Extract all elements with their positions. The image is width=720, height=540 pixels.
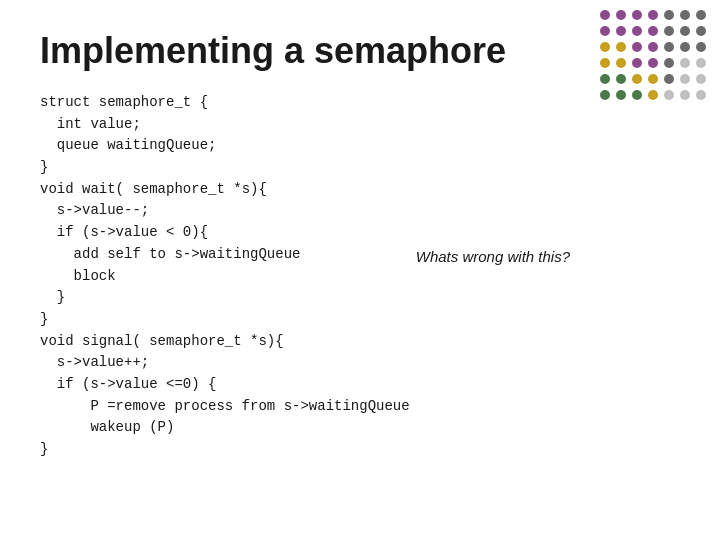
annotation-text: Whats wrong with this? [416, 248, 570, 265]
decorative-dot [680, 90, 690, 100]
decorative-dot [664, 90, 674, 100]
decorative-dot [680, 74, 690, 84]
decorative-dot [616, 10, 626, 20]
decorative-dot [648, 74, 658, 84]
decorative-dot [680, 42, 690, 52]
decorative-dot [632, 90, 642, 100]
decorative-dot [600, 74, 610, 84]
decorative-dot [648, 90, 658, 100]
decorative-dot [600, 90, 610, 100]
decorative-dot [600, 10, 610, 20]
decorative-dot [616, 90, 626, 100]
decorative-dot [696, 90, 706, 100]
decorative-dot [696, 42, 706, 52]
decorative-dot [600, 58, 610, 68]
decorative-dot [632, 74, 642, 84]
decorative-dot [616, 58, 626, 68]
decorative-dot [664, 74, 674, 84]
decorative-dot [632, 58, 642, 68]
decorative-dot [648, 58, 658, 68]
decorative-dot [696, 74, 706, 84]
decorative-dot [680, 10, 690, 20]
decorative-dot [632, 26, 642, 36]
decorative-dot [632, 42, 642, 52]
decorative-dot [616, 74, 626, 84]
decorative-dot [664, 10, 674, 20]
decorative-dot [696, 58, 706, 68]
decorative-dot [600, 26, 610, 36]
slide: Implementing a semaphore struct semaphor… [0, 0, 720, 540]
decorative-dot [680, 26, 690, 36]
decorative-dot [648, 10, 658, 20]
decorative-dot [600, 42, 610, 52]
decorative-dot [680, 58, 690, 68]
decorative-dot [664, 42, 674, 52]
decorative-dot [648, 26, 658, 36]
dots-decoration [600, 10, 710, 110]
decorative-dot [664, 58, 674, 68]
slide-title: Implementing a semaphore [40, 30, 680, 72]
decorative-dot [648, 42, 658, 52]
decorative-dot [632, 10, 642, 20]
decorative-dot [616, 26, 626, 36]
decorative-dot [696, 10, 706, 20]
decorative-dot [696, 26, 706, 36]
decorative-dot [616, 42, 626, 52]
code-block: struct semaphore_t { int value; queue wa… [40, 92, 680, 461]
dots-grid [600, 10, 710, 104]
decorative-dot [664, 26, 674, 36]
